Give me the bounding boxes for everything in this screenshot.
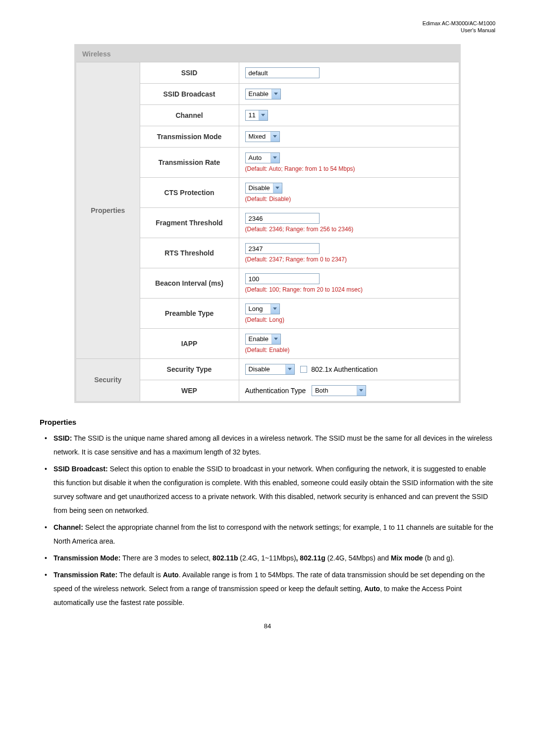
iapp-hint: (Default: Enable) [245, 347, 453, 353]
ssid-input[interactable]: default [245, 67, 320, 78]
fragment-threshold-hint: (Default: 2346; Range: from 256 to 2346) [245, 226, 453, 233]
channel-select[interactable]: 11 [245, 110, 268, 121]
auth-type-label: Authentication Type [245, 387, 306, 395]
transmission-rate-label: Transmission Rate [140, 147, 239, 177]
table-title: Wireless [75, 45, 460, 62]
chevron-down-icon [259, 110, 268, 120]
product-name: Edimax AC-M3000/AC-M1000 [423, 20, 495, 26]
wireless-config-table: Wireless Properties SSID default SSID Br… [74, 44, 461, 403]
fragment-threshold-label: Fragment Threshold [140, 207, 239, 238]
chevron-down-icon [285, 364, 294, 374]
wep-auth-select[interactable]: Both [312, 385, 366, 396]
list-item: Transmission Mode: There are 3 modes to … [40, 551, 495, 565]
security-type-select[interactable]: Disable [245, 364, 295, 375]
beacon-interval-label: Beacon Interval (ms) [140, 268, 239, 298]
item-lead: Channel: [54, 523, 83, 531]
iapp-select[interactable]: Enable [245, 334, 281, 345]
preamble-type-value: Long [246, 305, 270, 312]
list-item: Transmission Rate: The default is Auto. … [40, 568, 495, 609]
item-body: Select this option to enable the SSID to… [54, 465, 493, 514]
group-security: Security [75, 358, 140, 402]
doc-subtitle: User's Manual [461, 27, 495, 33]
cts-protection-label: CTS Protection [140, 177, 239, 207]
transmission-mode-label: Transmission Mode [140, 126, 239, 147]
transmission-mode-value: Mixed [246, 133, 270, 140]
transmission-rate-value: Auto [246, 154, 270, 161]
fragment-threshold-input[interactable]: 2346 [245, 213, 320, 224]
list-item: SSID Broadcast: Select this option to en… [40, 462, 495, 517]
ssid-broadcast-label: SSID Broadcast [140, 83, 239, 104]
item-body: Select the appropriate channel from the … [54, 523, 493, 545]
rts-threshold-input[interactable]: 2347 [245, 243, 320, 254]
page-header: Edimax AC-M3000/AC-M1000 User's Manual [40, 20, 495, 34]
item-lead: Transmission Mode: [54, 554, 120, 562]
iapp-value: Enable [246, 335, 271, 343]
chevron-down-icon [271, 334, 280, 344]
cts-protection-value: Disable [246, 184, 273, 192]
prose-list: SSID: The SSID is the unique name shared… [40, 431, 495, 609]
channel-value: 11 [246, 111, 259, 119]
item-body-part: Mix mode [391, 554, 423, 562]
item-body-part: Auto [364, 585, 380, 593]
item-body-part: The default is [117, 571, 163, 579]
cts-protection-select[interactable]: Disable [245, 183, 282, 194]
prose-section: Properties SSID: The SSID is the unique … [40, 418, 495, 609]
chevron-down-icon [273, 183, 282, 193]
channel-label: Channel [140, 104, 239, 126]
item-body-part: (2.4G, 1~11Mbps) [238, 554, 296, 562]
preamble-type-hint: (Default: Long) [245, 316, 453, 323]
item-body-part: There are 3 modes to select, [120, 554, 213, 562]
chevron-down-icon [271, 89, 280, 99]
item-lead: Transmission Rate: [54, 571, 117, 579]
security-type-value: Disable [246, 365, 285, 373]
beacon-interval-hint: (Default: 100; Range: from 20 to 1024 ms… [245, 286, 453, 293]
preamble-type-label: Preamble Type [140, 298, 239, 328]
item-body-part: (b and g). [423, 554, 455, 562]
transmission-rate-hint: (Default: Auto; Range: from 1 to 54 Mbps… [245, 165, 453, 172]
security-type-label: Security Type [140, 358, 239, 380]
chevron-down-icon [270, 304, 279, 314]
ssid-broadcast-select[interactable]: Enable [245, 89, 281, 100]
group-properties: Properties [75, 62, 140, 358]
chevron-down-icon [270, 153, 279, 163]
cts-protection-hint: (Default: Disable) [245, 196, 453, 202]
rts-threshold-label: RTS Threshold [140, 238, 239, 268]
item-body-part: 802.11b [213, 554, 238, 562]
prose-heading: Properties [40, 418, 495, 426]
item-lead: SSID: [54, 434, 72, 442]
preamble-type-select[interactable]: Long [245, 303, 280, 314]
iapp-label: IAPP [140, 328, 239, 358]
auth-8021x-label: 802.1x Authentication [311, 365, 377, 373]
chevron-down-icon [357, 386, 366, 396]
ssid-label: SSID [140, 62, 239, 83]
item-body-part: Auto [163, 571, 179, 579]
list-item: Channel: Select the appropriate channel … [40, 520, 495, 548]
wep-auth-value: Both [312, 387, 357, 394]
chevron-down-icon [270, 132, 279, 142]
beacon-interval-input[interactable]: 100 [245, 273, 320, 284]
transmission-rate-select[interactable]: Auto [245, 152, 280, 163]
item-body-part: (2.4G, 54Mbps) and [325, 554, 391, 562]
page-number: 84 [40, 622, 495, 630]
item-body: The SSID is the unique name shared among… [54, 434, 492, 456]
ssid-broadcast-value: Enable [246, 90, 271, 98]
wep-label: WEP [140, 380, 239, 402]
transmission-mode-select[interactable]: Mixed [245, 131, 280, 142]
item-lead: SSID Broadcast: [54, 465, 108, 473]
auth-8021x-checkbox[interactable] [300, 366, 307, 373]
rts-threshold-hint: (Default: 2347; Range: from 0 to 2347) [245, 256, 453, 263]
item-body-part: , 802.11g [296, 554, 325, 562]
list-item: SSID: The SSID is the unique name shared… [40, 431, 495, 459]
